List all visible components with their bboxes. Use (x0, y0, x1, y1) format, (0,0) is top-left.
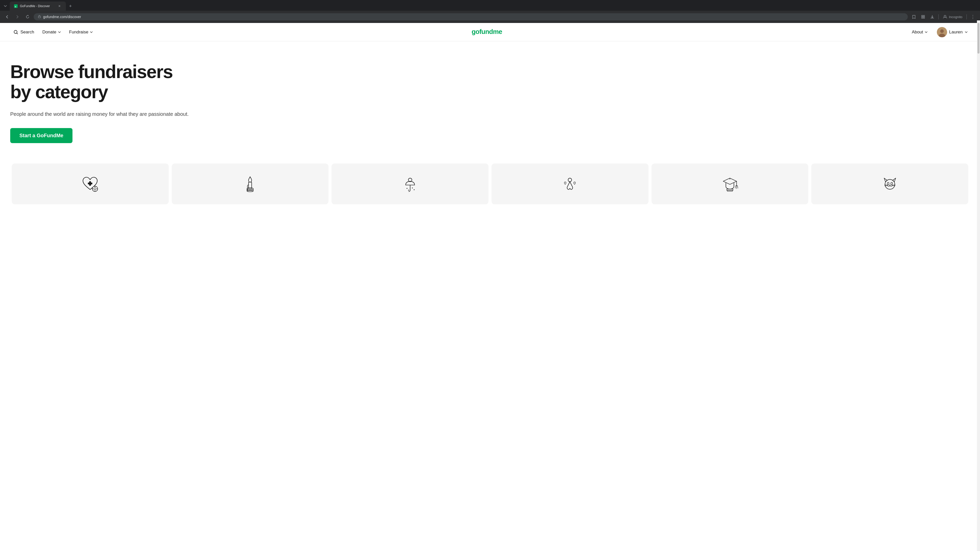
user-name: Lauren (949, 30, 963, 35)
hero-title-line2: by category (10, 82, 108, 102)
nonprofit-icon (560, 174, 580, 194)
donate-label: Donate (42, 30, 56, 35)
toolbar-divider-2 (966, 14, 967, 19)
svg-point-31 (568, 178, 572, 182)
hero-title-line1: Browse fundraisers (10, 62, 172, 82)
scrollbar-thumb (977, 23, 980, 54)
svg-point-10 (940, 29, 944, 33)
svg-line-36 (735, 186, 736, 189)
tab-favicon: g (14, 4, 18, 8)
tab-title: GoFundMe - Discover (20, 4, 55, 8)
address-text: gofundme.com/discover (43, 15, 904, 19)
active-tab[interactable]: g GoFundMe - Discover ✕ (10, 2, 66, 11)
browser-titlebar: g GoFundMe - Discover ✕ + (0, 0, 980, 11)
search-label: Search (21, 30, 34, 35)
avatar-image (937, 27, 947, 37)
address-bar[interactable]: gofundme.com/discover (34, 13, 908, 21)
svg-rect-3 (923, 15, 924, 17)
svg-text:gofundme: gofundme (472, 28, 502, 35)
category-card-animals[interactable] (811, 164, 968, 204)
hero-title: Browse fundraisers by category (10, 62, 220, 102)
category-card-medical[interactable] (12, 164, 169, 204)
hero-section: Browse fundraisers by category People ar… (0, 41, 230, 159)
svg-rect-1 (38, 16, 41, 18)
user-chevron-icon (965, 30, 968, 34)
categories-section (0, 164, 980, 204)
emergency-icon (400, 174, 420, 194)
browser-menu-button[interactable]: ⋮ (969, 13, 977, 21)
bookmark-button[interactable] (910, 13, 918, 21)
medical-icon (80, 174, 100, 194)
svg-point-29 (412, 187, 413, 189)
svg-point-43 (891, 183, 892, 185)
svg-point-27 (407, 188, 407, 189)
education-icon (720, 174, 740, 194)
tab-close-button[interactable]: ✕ (57, 4, 62, 8)
svg-rect-5 (923, 17, 924, 18)
security-lock-icon (38, 15, 41, 19)
svg-rect-40 (727, 191, 733, 192)
extensions-button[interactable] (919, 13, 927, 21)
search-button[interactable]: Search (10, 27, 37, 37)
svg-text:g: g (15, 5, 16, 7)
svg-point-24 (247, 191, 253, 192)
fundraise-button[interactable]: Fundraise (66, 27, 96, 37)
hero-subtitle: People around the world are raising mone… (10, 110, 189, 118)
svg-rect-2 (921, 15, 923, 17)
nav-right: About Lauren (909, 26, 970, 38)
gofundme-logo-svg: gofundme (472, 27, 508, 36)
forward-button[interactable] (13, 13, 21, 21)
fundraise-chevron-icon (90, 30, 93, 34)
browser-chrome: g GoFundMe - Discover ✕ + (0, 0, 980, 23)
start-gofundme-button[interactable]: Start a GoFundMe (10, 128, 73, 143)
category-card-education[interactable] (652, 164, 808, 204)
site-logo[interactable]: gofundme (472, 27, 508, 37)
page-content: Search Donate Fundraise gofundme (0, 23, 980, 551)
about-chevron-icon (924, 30, 928, 34)
category-card-memorial[interactable] (172, 164, 329, 204)
user-menu-button[interactable]: Lauren (935, 26, 970, 38)
reload-button[interactable] (24, 13, 32, 21)
animals-icon (880, 174, 900, 194)
svg-point-30 (414, 189, 415, 190)
user-avatar (937, 27, 947, 37)
donate-button[interactable]: Donate (39, 27, 64, 37)
gfm-favicon: g (14, 4, 18, 8)
svg-point-41 (885, 179, 895, 189)
back-button[interactable] (3, 13, 11, 21)
category-card-nonprofit[interactable] (492, 164, 649, 204)
svg-point-28 (408, 190, 409, 191)
new-tab-button[interactable]: + (67, 3, 74, 10)
svg-line-38 (738, 186, 738, 189)
browser-toolbar: gofundme.com/discover (0, 11, 980, 23)
about-button[interactable]: About (909, 27, 931, 37)
svg-rect-39 (727, 189, 733, 191)
svg-point-42 (887, 183, 889, 185)
fundraise-label: Fundraise (69, 30, 89, 35)
nav-left: Search Donate Fundraise (10, 27, 96, 37)
donate-chevron-icon (58, 30, 61, 34)
download-button[interactable] (928, 13, 936, 21)
browser-scrollbar[interactable] (977, 21, 980, 551)
toolbar-right: Incognito ⋮ (910, 13, 977, 21)
tab-switcher-button[interactable] (2, 3, 9, 10)
incognito-button[interactable]: Incognito (941, 14, 964, 20)
svg-rect-4 (921, 17, 923, 18)
category-card-emergency[interactable] (331, 164, 488, 204)
search-icon (13, 30, 18, 35)
site-navigation: Search Donate Fundraise gofundme (0, 23, 980, 41)
incognito-label: Incognito (949, 15, 963, 19)
about-label: About (912, 30, 923, 35)
memorial-icon (240, 174, 260, 194)
svg-rect-13 (88, 183, 93, 184)
